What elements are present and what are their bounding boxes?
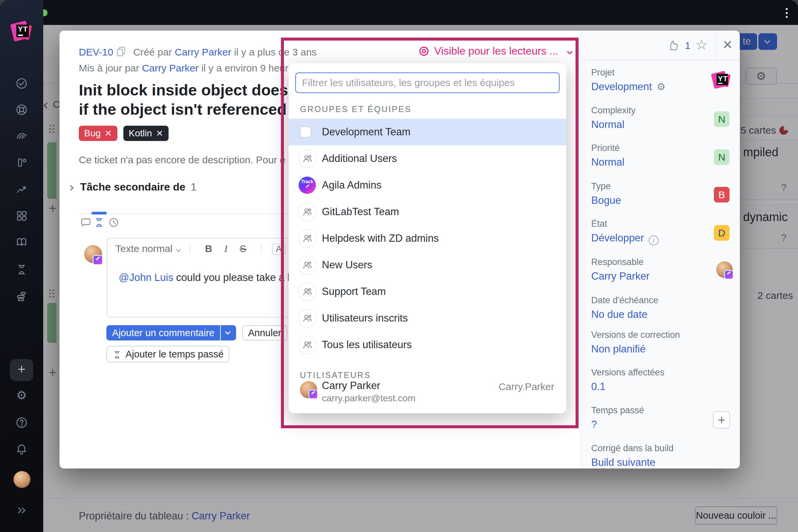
italic-button[interactable]: I [224, 243, 227, 254]
checkbox[interactable] [300, 126, 311, 138]
user-avatar[interactable] [13, 471, 31, 488]
sidebar-item-dashboards[interactable] [15, 209, 28, 222]
field-spent-time-value[interactable]: ? [591, 419, 597, 431]
group-option[interactable]: Utilisateurs inscrits [289, 305, 566, 331]
group-option[interactable]: GitLabTest Team [289, 198, 566, 225]
field-priority-value[interactable]: Normal [591, 156, 624, 168]
type-badge: B [714, 187, 729, 203]
sidebar-item-helpdesk[interactable] [15, 103, 28, 116]
field-assignee-value[interactable]: Carry Parker [591, 270, 650, 282]
sidebar-item-issues[interactable] [15, 77, 28, 90]
created-by-link[interactable]: Carry Parker [174, 46, 231, 58]
titlebar [0, 0, 798, 25]
expand-sidebar-icon[interactable] [15, 504, 28, 517]
comment-author-avatar [84, 245, 102, 263]
subtask-section[interactable]: Tâche secondaire de1 [67, 181, 196, 193]
youtrack-logo[interactable]: YT [11, 21, 33, 42]
issue-id-row: DEV-10Créé par Carry Parker il y a plus … [79, 46, 317, 60]
complexity-badge: N [714, 111, 729, 127]
copy-id-icon[interactable] [117, 47, 126, 57]
sidebar-item-agile[interactable] [15, 130, 28, 142]
chevron-right-icon [68, 185, 74, 191]
remove-tag-icon[interactable]: ✕ [105, 128, 112, 138]
sidebar-item-knowledge-base[interactable] [15, 236, 28, 248]
updated-by-link[interactable]: Carry Parker [142, 62, 198, 74]
workspace: te ⚙ 0m 5 cartes mpiled ? dynamic ? 2 ca… [43, 25, 798, 532]
group-option[interactable]: Helpdesk with ZD admins [289, 225, 566, 252]
chevron-down-icon [225, 329, 231, 335]
kebab-menu-icon[interactable] [785, 7, 788, 19]
sidebar: YT + ⚙ [0, 0, 43, 532]
remove-tag-icon[interactable]: ✕ [156, 128, 163, 138]
field-project-value[interactable]: Development [591, 81, 652, 92]
cancel-button[interactable]: Annuler [242, 325, 287, 341]
sidebar-item-gantt[interactable] [15, 290, 28, 303]
sidebar-item-reports[interactable] [15, 183, 28, 195]
group-option[interactable]: Tous les utilisateurs [289, 331, 566, 358]
group-icon [299, 256, 316, 274]
strikethrough-button[interactable]: S [240, 243, 246, 254]
group-icon [299, 203, 316, 221]
tag-kotlin[interactable]: Kotlin✕ [124, 126, 169, 141]
group-option[interactable]: Additional Users [289, 145, 566, 172]
issue-id[interactable]: DEV-10 [79, 46, 113, 58]
tab-comments-icon[interactable] [80, 217, 92, 228]
user-option[interactable]: Carry Parker carry.parker@test.com Carry… [289, 380, 566, 407]
field-assignee: Responsable Carry Parker [591, 257, 711, 267]
info-icon[interactable]: i [649, 235, 659, 245]
group-option-selected[interactable]: Development Team [289, 119, 566, 145]
project-avatar: YT [711, 71, 731, 90]
star-icon[interactable]: ☆ [695, 37, 708, 53]
add-comment-button[interactable]: Ajouter un commentaire [107, 325, 220, 341]
sidebar-item-boards[interactable] [15, 156, 28, 169]
field-state: État Développeri [591, 219, 711, 229]
add-spent-time-button[interactable]: Ajouter le temps passé [107, 346, 229, 362]
assignee-avatar [716, 261, 733, 278]
users-section-header: UTILISATEURS [300, 370, 371, 380]
votes-count: 1 [685, 40, 690, 51]
field-fix-versions-value[interactable]: Non planifié [591, 343, 646, 355]
add-spent-time-plus-button[interactable]: + [713, 411, 730, 429]
youtrack-app-badge [93, 255, 103, 265]
hourglass-icon [112, 350, 122, 359]
text-color-button[interactable]: A [272, 243, 286, 255]
group-option[interactable]: Support Team [289, 278, 566, 305]
create-issue-button[interactable]: + [10, 359, 33, 381]
visibility-selector[interactable]: Visible pour les lecteurs ... [418, 45, 571, 57]
visibility-dropdown: GROUPES ET ÉQUIPES Development Team Addi… [289, 63, 566, 413]
settings-gear-icon[interactable]: ⚙ [0, 388, 43, 402]
tag-bug[interactable]: Bug✕ [79, 126, 117, 141]
add-comment-dropdown-button[interactable] [221, 325, 236, 341]
field-type-value[interactable]: Bogue [591, 194, 621, 207]
field-fixed-in-build-value[interactable]: Build suivante [591, 457, 656, 469]
help-icon[interactable] [15, 416, 28, 429]
field-due-date-value[interactable]: No due date [591, 308, 647, 321]
group-icon [299, 230, 316, 247]
group-option[interactable]: New Users [289, 252, 566, 278]
chevron-down-icon [176, 247, 181, 252]
sidebar-item-timesheets[interactable] [15, 263, 28, 276]
tab-history-icon[interactable] [108, 217, 119, 228]
thumbs-up-icon[interactable] [667, 39, 680, 52]
field-state-value[interactable]: Développer [591, 232, 644, 244]
app-window: YT + ⚙ [0, 0, 798, 532]
field-affected-versions: Versions affectées 0.1 [591, 367, 711, 378]
notifications-bell-icon[interactable] [15, 443, 28, 456]
field-affected-versions-value[interactable]: 0.1 [591, 381, 606, 393]
field-spent-time: Temps passé ? [591, 405, 711, 416]
youtrack-app-badge [308, 390, 318, 399]
field-project: Projet Development⚙ [591, 68, 711, 78]
filter-input[interactable] [295, 73, 559, 93]
tab-spent-time-icon[interactable] [93, 217, 105, 228]
panel-top-bar: 1 ☆ × [581, 31, 740, 60]
close-icon[interactable]: × [723, 35, 732, 54]
group-option[interactable]: Track Agila Admins [289, 172, 566, 198]
bold-button[interactable]: B [205, 243, 212, 254]
user-mention-link[interactable]: @John Luis [119, 272, 173, 283]
group-icon [299, 150, 316, 167]
field-priority: Priorité Normal [591, 143, 711, 153]
field-complexity-value[interactable]: Normal [591, 119, 624, 131]
text-style-select[interactable]: Texte normal [115, 243, 179, 254]
priority-badge: N [714, 149, 729, 165]
project-gear-icon[interactable]: ⚙ [657, 81, 666, 92]
